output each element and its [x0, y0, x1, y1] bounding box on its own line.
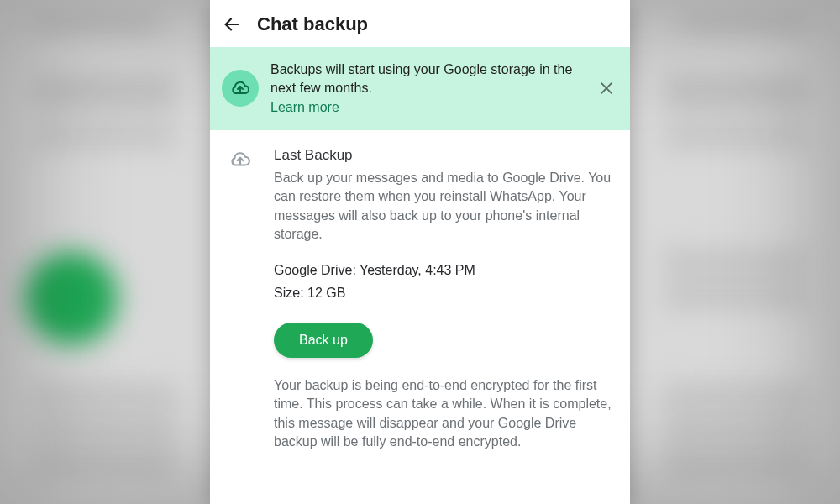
- back-button[interactable]: [222, 14, 242, 34]
- section-title: Last Backup: [274, 147, 618, 164]
- cloud-upload-icon: [230, 78, 250, 98]
- storage-banner: Backups will start using your Google sto…: [210, 47, 630, 130]
- banner-close-button[interactable]: [595, 76, 618, 100]
- banner-message: Backups will start using your Google sto…: [270, 60, 583, 117]
- last-backup-section: Last Backup Back up your messages and me…: [210, 130, 630, 452]
- app-bar: Chat backup: [210, 0, 630, 47]
- banner-text: Backups will start using your Google sto…: [270, 62, 572, 95]
- section-icon: [222, 147, 259, 452]
- learn-more-link[interactable]: Learn more: [270, 98, 339, 117]
- backup-size: Size: 12 GB: [274, 283, 618, 304]
- chat-backup-screen: Chat backup Backups will start using you…: [210, 0, 630, 504]
- banner-icon-bg: [222, 70, 259, 107]
- drive-timestamp: Google Drive: Yesterday, 4:43 PM: [274, 260, 618, 281]
- backup-description: Back up your messages and media to Googl…: [274, 169, 618, 244]
- page-title: Chat backup: [257, 13, 368, 35]
- close-icon: [598, 80, 615, 97]
- backup-button[interactable]: Back up: [274, 323, 373, 358]
- encryption-note: Your backup is being end-to-end encrypte…: [274, 376, 618, 452]
- section-content: Last Backup Back up your messages and me…: [274, 147, 618, 452]
- backup-meta: Google Drive: Yesterday, 4:43 PM Size: 1…: [274, 260, 618, 304]
- arrow-left-icon: [223, 15, 241, 34]
- cloud-upload-icon: [229, 149, 251, 171]
